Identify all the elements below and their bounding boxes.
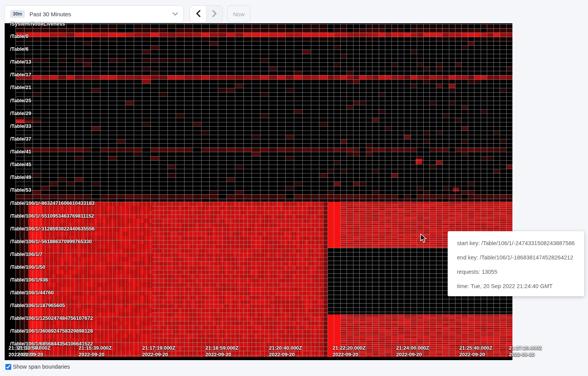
key-visualizer: /System/NodeLiveness/Table/0/Table/6/Tab…: [5, 23, 512, 360]
chevron-right-icon: [212, 10, 217, 18]
toolbar: 30m Past 30 Minutes Now: [0, 0, 588, 23]
range-badge: 30m: [10, 10, 25, 18]
chevron-down-icon: [172, 12, 178, 16]
tooltip-time: time: Tue, 20 Sep 2022 21:24:40 GMT: [457, 279, 575, 294]
time-tick: 21:27:20.000Z2022-09-20: [509, 345, 542, 357]
cell-tooltip: start key: /Table/106/1/-247433150824388…: [448, 231, 584, 296]
time-range-dropdown[interactable]: 30m Past 30 Minutes: [4, 5, 184, 22]
chevron-left-icon: [196, 10, 200, 18]
now-button[interactable]: Now: [227, 5, 250, 22]
tooltip-end-key: end key: /Table/106/1/-18683814745282642…: [457, 251, 575, 265]
prev-range-button[interactable]: [190, 6, 206, 22]
show-span-boundaries[interactable]: Show span boundaries: [5, 364, 70, 370]
tooltip-start-key: start key: /Table/106/1/-247433150824388…: [457, 236, 575, 251]
range-label: Past 30 Minutes: [29, 11, 71, 17]
checkbox-label: Show span boundaries: [13, 364, 70, 370]
heatmap-canvas[interactable]: [5, 23, 512, 360]
next-range-button[interactable]: [206, 6, 222, 22]
tooltip-requests: requests: 13055: [457, 265, 575, 279]
range-nav-group: [190, 5, 223, 22]
show-span-boundaries-checkbox[interactable]: [5, 364, 11, 370]
